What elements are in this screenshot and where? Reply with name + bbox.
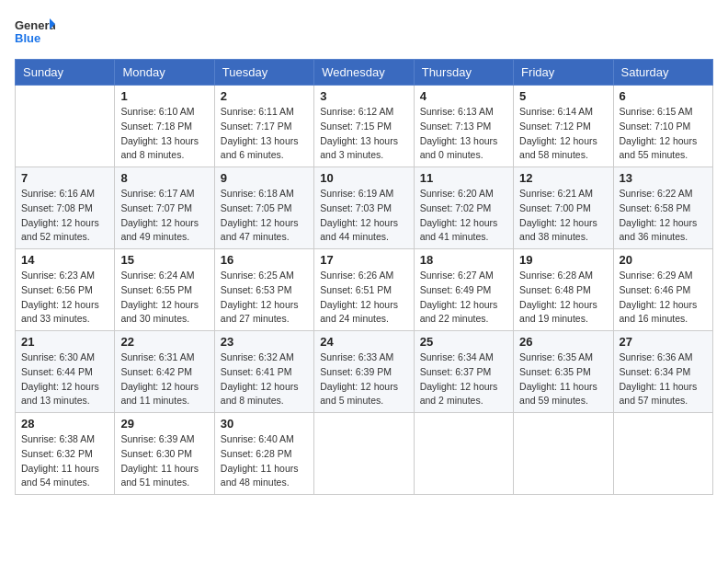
day-info: Sunrise: 6:31 AM Sunset: 6:42 PM Dayligh… (120, 350, 208, 408)
day-cell (514, 413, 613, 495)
day-info: Sunrise: 6:12 AM Sunset: 7:15 PM Dayligh… (320, 105, 407, 163)
day-number: 11 (420, 171, 507, 185)
day-cell (613, 413, 712, 495)
day-cell: 28Sunrise: 6:38 AM Sunset: 6:32 PM Dayli… (16, 413, 115, 495)
day-number: 4 (420, 89, 507, 103)
week-row-2: 7Sunrise: 6:16 AM Sunset: 7:08 PM Daylig… (16, 167, 713, 249)
day-info: Sunrise: 6:29 AM Sunset: 6:46 PM Dayligh… (620, 269, 707, 327)
day-cell: 1Sunrise: 6:10 AM Sunset: 7:18 PM Daylig… (115, 86, 214, 167)
col-header-saturday: Saturday (613, 60, 712, 86)
day-cell: 13Sunrise: 6:22 AM Sunset: 6:58 PM Dayli… (613, 167, 712, 249)
day-cell: 23Sunrise: 6:32 AM Sunset: 6:41 PM Dayli… (214, 331, 313, 413)
day-info: Sunrise: 6:19 AM Sunset: 7:03 PM Dayligh… (320, 187, 407, 245)
day-cell: 19Sunrise: 6:28 AM Sunset: 6:48 PM Dayli… (514, 249, 613, 331)
day-info: Sunrise: 6:20 AM Sunset: 7:02 PM Dayligh… (420, 187, 507, 245)
day-cell: 20Sunrise: 6:29 AM Sunset: 6:46 PM Dayli… (613, 249, 712, 331)
day-info: Sunrise: 6:32 AM Sunset: 6:41 PM Dayligh… (221, 350, 308, 408)
day-info: Sunrise: 6:24 AM Sunset: 6:55 PM Dayligh… (120, 269, 208, 327)
day-number: 28 (21, 417, 108, 431)
day-info: Sunrise: 6:13 AM Sunset: 7:13 PM Dayligh… (420, 105, 507, 163)
day-info: Sunrise: 6:28 AM Sunset: 6:48 PM Dayligh… (519, 269, 607, 327)
day-info: Sunrise: 6:40 AM Sunset: 6:28 PM Dayligh… (221, 432, 308, 490)
day-number: 22 (120, 335, 208, 349)
day-number: 2 (221, 89, 308, 103)
day-cell: 17Sunrise: 6:26 AM Sunset: 6:51 PM Dayli… (314, 249, 414, 331)
day-info: Sunrise: 6:18 AM Sunset: 7:05 PM Dayligh… (221, 187, 308, 245)
day-number: 23 (221, 335, 308, 349)
day-number: 29 (120, 417, 208, 431)
week-row-4: 21Sunrise: 6:30 AM Sunset: 6:44 PM Dayli… (16, 331, 713, 413)
page-header: GeneralBlue (15, 15, 713, 48)
day-number: 6 (620, 89, 707, 103)
day-number: 12 (519, 171, 607, 185)
day-cell: 12Sunrise: 6:21 AM Sunset: 7:00 PM Dayli… (514, 167, 613, 249)
day-info: Sunrise: 6:26 AM Sunset: 6:51 PM Dayligh… (320, 269, 407, 327)
day-info: Sunrise: 6:17 AM Sunset: 7:07 PM Dayligh… (120, 187, 208, 245)
col-header-tuesday: Tuesday (214, 60, 313, 86)
day-info: Sunrise: 6:39 AM Sunset: 6:30 PM Dayligh… (120, 432, 208, 490)
day-info: Sunrise: 6:27 AM Sunset: 6:49 PM Dayligh… (420, 269, 507, 327)
day-cell (314, 413, 414, 495)
header-row: SundayMondayTuesdayWednesdayThursdayFrid… (16, 60, 713, 86)
day-number: 27 (620, 335, 707, 349)
day-cell: 10Sunrise: 6:19 AM Sunset: 7:03 PM Dayli… (314, 167, 414, 249)
day-number: 20 (620, 253, 707, 267)
day-number: 24 (320, 335, 407, 349)
col-header-thursday: Thursday (414, 60, 513, 86)
day-cell: 2Sunrise: 6:11 AM Sunset: 7:17 PM Daylig… (214, 86, 313, 167)
week-row-3: 14Sunrise: 6:23 AM Sunset: 6:56 PM Dayli… (16, 249, 713, 331)
day-cell: 22Sunrise: 6:31 AM Sunset: 6:42 PM Dayli… (115, 331, 214, 413)
calendar-table: SundayMondayTuesdayWednesdayThursdayFrid… (15, 59, 713, 495)
day-number: 17 (320, 253, 407, 267)
day-number: 30 (221, 417, 308, 431)
day-info: Sunrise: 6:22 AM Sunset: 6:58 PM Dayligh… (620, 187, 707, 245)
day-cell: 6Sunrise: 6:15 AM Sunset: 7:10 PM Daylig… (613, 86, 712, 167)
day-cell (414, 413, 513, 495)
day-number: 18 (420, 253, 507, 267)
day-info: Sunrise: 6:10 AM Sunset: 7:18 PM Dayligh… (120, 105, 208, 163)
week-row-1: 1Sunrise: 6:10 AM Sunset: 7:18 PM Daylig… (16, 86, 713, 167)
col-header-monday: Monday (115, 60, 214, 86)
logo: GeneralBlue (15, 15, 55, 48)
day-number: 9 (221, 171, 308, 185)
day-cell: 3Sunrise: 6:12 AM Sunset: 7:15 PM Daylig… (314, 86, 414, 167)
logo-svg: GeneralBlue (15, 15, 55, 48)
day-number: 21 (21, 335, 108, 349)
day-cell: 27Sunrise: 6:36 AM Sunset: 6:34 PM Dayli… (613, 331, 712, 413)
svg-text:General: General (15, 18, 55, 32)
day-info: Sunrise: 6:16 AM Sunset: 7:08 PM Dayligh… (21, 187, 108, 245)
day-cell: 30Sunrise: 6:40 AM Sunset: 6:28 PM Dayli… (214, 413, 313, 495)
day-info: Sunrise: 6:30 AM Sunset: 6:44 PM Dayligh… (21, 350, 108, 408)
day-info: Sunrise: 6:14 AM Sunset: 7:12 PM Dayligh… (519, 105, 607, 163)
day-cell: 18Sunrise: 6:27 AM Sunset: 6:49 PM Dayli… (414, 249, 513, 331)
day-number: 7 (21, 171, 108, 185)
day-cell: 8Sunrise: 6:17 AM Sunset: 7:07 PM Daylig… (115, 167, 214, 249)
day-number: 26 (519, 335, 607, 349)
day-number: 1 (120, 89, 208, 103)
day-number: 3 (320, 89, 407, 103)
day-info: Sunrise: 6:11 AM Sunset: 7:17 PM Dayligh… (221, 105, 308, 163)
day-cell: 25Sunrise: 6:34 AM Sunset: 6:37 PM Dayli… (414, 331, 513, 413)
day-info: Sunrise: 6:36 AM Sunset: 6:34 PM Dayligh… (620, 350, 707, 408)
day-cell: 5Sunrise: 6:14 AM Sunset: 7:12 PM Daylig… (514, 86, 613, 167)
day-cell: 16Sunrise: 6:25 AM Sunset: 6:53 PM Dayli… (214, 249, 313, 331)
day-cell: 24Sunrise: 6:33 AM Sunset: 6:39 PM Dayli… (314, 331, 414, 413)
day-cell: 11Sunrise: 6:20 AM Sunset: 7:02 PM Dayli… (414, 167, 513, 249)
day-info: Sunrise: 6:34 AM Sunset: 6:37 PM Dayligh… (420, 350, 507, 408)
day-number: 25 (420, 335, 507, 349)
day-info: Sunrise: 6:25 AM Sunset: 6:53 PM Dayligh… (221, 269, 308, 327)
day-cell: 9Sunrise: 6:18 AM Sunset: 7:05 PM Daylig… (214, 167, 313, 249)
day-cell: 4Sunrise: 6:13 AM Sunset: 7:13 PM Daylig… (414, 86, 513, 167)
day-cell: 14Sunrise: 6:23 AM Sunset: 6:56 PM Dayli… (16, 249, 115, 331)
day-number: 8 (120, 171, 208, 185)
day-info: Sunrise: 6:33 AM Sunset: 6:39 PM Dayligh… (320, 350, 407, 408)
day-cell: 21Sunrise: 6:30 AM Sunset: 6:44 PM Dayli… (16, 331, 115, 413)
day-cell: 7Sunrise: 6:16 AM Sunset: 7:08 PM Daylig… (16, 167, 115, 249)
day-number: 13 (620, 171, 707, 185)
day-cell (16, 86, 115, 167)
svg-text:Blue: Blue (15, 31, 40, 45)
day-number: 14 (21, 253, 108, 267)
day-number: 19 (519, 253, 607, 267)
week-row-5: 28Sunrise: 6:38 AM Sunset: 6:32 PM Dayli… (16, 413, 713, 495)
day-info: Sunrise: 6:15 AM Sunset: 7:10 PM Dayligh… (620, 105, 707, 163)
